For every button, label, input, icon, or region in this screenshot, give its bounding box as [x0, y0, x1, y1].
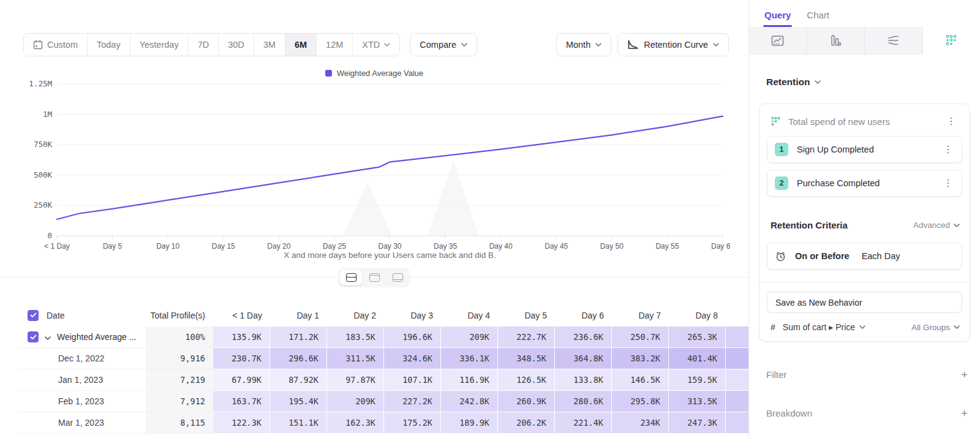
column-header[interactable]: Day 4 [441, 304, 498, 327]
table-row-label[interactable]: Dec 1, 2022 [18, 348, 146, 369]
split-view-button[interactable] [340, 270, 362, 285]
retention-value-cell[interactable]: 209K [327, 391, 384, 412]
retention-value-cell[interactable]: 67.99K [213, 369, 270, 391]
column-header[interactable]: Day 3 [384, 304, 441, 327]
retention-value-cell[interactable]: 230.7K [213, 348, 270, 369]
retention-value-cell[interactable]: 126.5K [498, 369, 555, 391]
range-button-6m[interactable]: 6M [285, 34, 317, 56]
retention-value-cell[interactable]: 133.8K [555, 369, 612, 391]
total-profiles-cell[interactable]: 9,916 [146, 348, 213, 369]
total-profiles-cell[interactable]: 100% [146, 327, 213, 348]
retention-value-cell[interactable]: 234K [612, 412, 669, 434]
column-header[interactable]: < 1 Day [213, 304, 270, 327]
compare-button[interactable]: Compare [410, 33, 477, 56]
retention-value-cell[interactable]: 242.8K [441, 391, 498, 412]
behavior-step-purchase-completed[interactable]: 2Purchase Completed⋮ [767, 170, 962, 197]
retention-value-cell[interactable]: 247.3K [669, 412, 726, 434]
on-or-before-selector[interactable]: On or Before Each Day [767, 243, 962, 270]
row-checkbox[interactable] [28, 310, 39, 321]
retention-value-cell[interactable]: 311.5K [327, 348, 384, 369]
retention-value-cell[interactable]: 163.7K [213, 391, 270, 412]
retention-value-cell[interactable]: 324.6K [384, 348, 441, 369]
kebab-menu-icon[interactable]: ⋮ [940, 143, 957, 156]
retention-value-cell[interactable]: 265.3K [669, 327, 726, 348]
criteria-mode-dropdown[interactable]: Advanced [913, 221, 960, 230]
retention-value-cell[interactable]: 295.8K [612, 391, 669, 412]
column-header[interactable]: Date [18, 304, 146, 327]
retention-value-cell[interactable]: 135.9K [213, 327, 270, 348]
tab-funnels[interactable] [807, 27, 865, 55]
line-chart-svg[interactable]: 0250K500K750K1M1.25M< 1 DayDay 5Day 10Da… [18, 77, 730, 251]
column-header[interactable]: Day 5 [498, 304, 555, 327]
retention-value-cell[interactable]: 151.1K [270, 412, 327, 434]
save-as-new-behavior-button[interactable]: Save as New Behavior [767, 292, 962, 313]
retention-value-cell[interactable]: 183.5K [327, 327, 384, 348]
range-button-today[interactable]: Today [88, 34, 130, 56]
retention-value-cell[interactable]: 221.4K [555, 412, 612, 434]
range-button-30d[interactable]: 30D [219, 34, 254, 56]
retention-value-cell[interactable]: 296.6K [270, 348, 327, 369]
column-header[interactable]: Total Profile(s) [146, 304, 213, 327]
retention-value-cell[interactable]: 336.1K [441, 348, 498, 369]
table-row-label[interactable]: Feb 1, 2023 [18, 391, 146, 412]
range-button-3m[interactable]: 3M [254, 34, 285, 56]
range-button-7d[interactable]: 7D [189, 34, 219, 56]
range-button-custom[interactable]: Custom [24, 34, 88, 56]
range-button-yesterday[interactable]: Yesterday [130, 34, 189, 56]
column-header[interactable]: Day 1 [270, 304, 327, 327]
retention-value-cell[interactable]: 195.4K [270, 391, 327, 412]
kebab-menu-icon[interactable]: ⋮ [940, 177, 957, 189]
tab-chart[interactable]: Chart [807, 10, 829, 27]
retention-value-cell[interactable]: 209K [441, 327, 498, 348]
retention-value-cell[interactable]: 171.2K [270, 327, 327, 348]
table-view-button[interactable] [386, 270, 409, 285]
add-breakdown-button[interactable]: + [961, 407, 968, 419]
table-row-label[interactable]: Weighted Average ... [18, 327, 146, 348]
retention-value-cell[interactable]: 175.2K [384, 412, 441, 434]
retention-value-cell[interactable]: 159.5K [669, 369, 726, 391]
retention-value-cell[interactable]: 107.1K [384, 369, 441, 391]
retention-value-cell[interactable]: 236.6K [555, 327, 612, 348]
retention-value-cell[interactable]: 196.6K [384, 327, 441, 348]
retention-value-cell[interactable]: 189.9K [441, 412, 498, 434]
measure-dropdown[interactable]: Sum of cart ▸ Price [783, 322, 904, 332]
granularity-dropdown[interactable]: Month [556, 33, 611, 56]
tab-insights[interactable] [749, 27, 807, 55]
range-button-12m[interactable]: 12M [317, 34, 353, 56]
retention-value-cell[interactable]: 116.9K [441, 369, 498, 391]
retention-value-cell[interactable]: 87.92K [270, 369, 327, 391]
column-header[interactable]: Day 8 [669, 304, 726, 327]
retention-value-cell[interactable]: 222.7K [498, 327, 555, 348]
kebab-menu-icon[interactable]: ⋮ [943, 115, 960, 127]
retention-value-cell[interactable]: 313.5K [669, 391, 726, 412]
table-row-label[interactable]: Mar 1, 2023 [18, 412, 146, 434]
total-profiles-cell[interactable]: 7,219 [146, 369, 213, 391]
range-button-xtd[interactable]: XTD [353, 34, 399, 56]
retention-value-cell[interactable]: 122.3K [213, 412, 270, 434]
retention-value-cell[interactable]: 146.5K [612, 369, 669, 391]
retention-value-cell[interactable]: 401.4K [669, 348, 726, 369]
add-filter-button[interactable]: + [961, 369, 968, 380]
total-profiles-cell[interactable]: 8,115 [146, 412, 213, 434]
retention-value-cell[interactable]: 227.2K [384, 391, 441, 412]
column-header[interactable]: Day 7 [612, 304, 669, 327]
retention-value-cell[interactable]: 250.7K [612, 327, 669, 348]
retention-value-cell[interactable]: 206.2K [498, 412, 555, 434]
groups-dropdown[interactable]: All Groups [911, 323, 960, 332]
retention-value-cell[interactable]: 260.9K [498, 391, 555, 412]
retention-value-cell[interactable]: 162.3K [327, 412, 384, 434]
chart-type-dropdown[interactable]: Retention Curve [617, 33, 729, 56]
behavior-step-sign-up-completed[interactable]: 1Sign Up Completed⋮ [767, 136, 962, 163]
expand-row-chevron[interactable] [45, 332, 51, 342]
behavior-type-dropdown[interactable]: Retention [766, 77, 980, 88]
retention-value-cell[interactable]: 280.6K [555, 391, 612, 412]
tab-flows[interactable] [865, 27, 923, 55]
retention-value-cell[interactable]: 383.2K [612, 348, 669, 369]
tab-retention[interactable] [923, 27, 980, 55]
table-row-label[interactable]: Jan 1, 2023 [18, 369, 146, 391]
retention-value-cell[interactable]: 348.5K [498, 348, 555, 369]
retention-value-cell[interactable]: 97.87K [327, 369, 384, 391]
row-checkbox[interactable] [28, 331, 39, 342]
total-profiles-cell[interactable]: 7,912 [146, 391, 213, 412]
column-header[interactable]: Day 2 [327, 304, 384, 327]
